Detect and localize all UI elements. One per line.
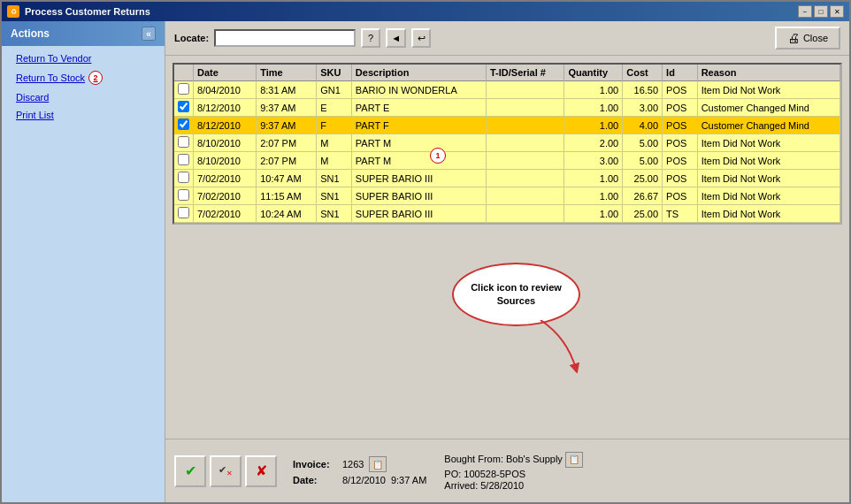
sidebar-item-return-to-vendor[interactable]: Return To Vendor — [2, 50, 165, 67]
cell-sku: M — [317, 152, 352, 170]
invoice-section: Invoice: 1263 📋 Date: 8/12/2010 9:37 AM — [293, 456, 426, 485]
row-checkbox-cell — [174, 81, 194, 99]
invoice-icon-button[interactable]: 📋 — [369, 456, 387, 472]
row-checkbox-cell — [174, 170, 194, 187]
action-buttons: ✔ ✔✕ ✘ — [174, 455, 277, 487]
row-checkbox[interactable] — [178, 101, 189, 112]
bought-from-label: Bought From: Bob's Supply — [444, 453, 563, 463]
row-checkbox-cell — [174, 99, 194, 117]
checkmark-x-icon: ✔✕ — [218, 464, 233, 477]
table-row: 8/12/20109:37 AMFPART F1.004.00POSCustom… — [174, 117, 840, 134]
cell-quantity: 1.00 — [564, 81, 623, 99]
cell-quantity: 1.00 — [564, 99, 623, 117]
cell-time: 11:15 AM — [257, 187, 317, 205]
back-button[interactable]: ◄ — [386, 28, 406, 48]
callout-arrow — [523, 320, 594, 373]
close-button-label: Close — [803, 33, 828, 43]
cell-tid — [487, 99, 564, 117]
table-wrapper: Date Time SKU Description T-ID/Serial # … — [169, 59, 846, 435]
refresh-button[interactable]: ↩ — [411, 28, 431, 48]
returns-table: Date Time SKU Description T-ID/Serial # … — [174, 65, 840, 223]
table-row: 8/10/20102:07 PMMPART M2.005.00POSItem D… — [174, 134, 840, 152]
toolbar: Locate: ? ◄ ↩ 🖨 Close — [165, 21, 849, 56]
row-checkbox[interactable] — [178, 154, 189, 165]
row-checkbox-cell — [174, 117, 194, 134]
col-description: Description — [351, 65, 486, 81]
cell-description: PART F — [351, 117, 486, 134]
row-checkbox-cell — [174, 134, 194, 152]
row-checkbox[interactable] — [178, 172, 189, 183]
cell-cost: 26.67 — [623, 187, 663, 205]
col-cost: Cost — [623, 65, 663, 81]
cell-id: POS — [663, 134, 698, 152]
table-header-row: Date Time SKU Description T-ID/Serial # … — [174, 65, 840, 81]
table-row: 7/02/201010:47 AMSN1SUPER BARIO III1.002… — [174, 170, 840, 187]
bought-from-row: Bought From: Bob's Supply 📋 — [444, 452, 583, 468]
source-icon-button[interactable]: 📋 — [565, 452, 583, 468]
callout-wrapper: Click icon to reviewSources — [452, 263, 580, 326]
close-button[interactable]: 🖨 Close — [775, 27, 840, 50]
cell-id: POS — [663, 152, 698, 170]
locate-input[interactable] — [214, 29, 356, 47]
cell-reason: Customer Changed Mind — [697, 117, 840, 134]
arrived-row: Arrived: 5/28/2010 — [444, 480, 583, 491]
cell-reason: Item Did Not Work — [697, 170, 840, 187]
cell-time: 2:07 PM — [257, 152, 317, 170]
po-row: PO: 100528-5POS — [444, 469, 583, 479]
cell-quantity: 1.00 — [564, 205, 623, 223]
col-reason: Reason — [697, 65, 840, 81]
date-row: Date: 8/12/2010 9:37 AM — [293, 475, 426, 485]
sidebar-collapse-button[interactable]: « — [142, 27, 156, 41]
sidebar-item-discard[interactable]: Discard — [2, 88, 165, 106]
cell-sku: SN1 — [317, 205, 352, 223]
cell-date: 8/12/2010 — [194, 117, 257, 134]
print-icon: 🖨 — [787, 31, 800, 45]
title-buttons: − □ ✕ — [798, 5, 844, 18]
confirm-x-button[interactable]: ✔✕ — [210, 455, 242, 487]
sidebar-item-print-list[interactable]: Print List — [2, 106, 165, 124]
cell-reason: Item Did Not Work — [697, 134, 840, 152]
row-checkbox[interactable] — [178, 189, 189, 201]
row-checkbox[interactable] — [178, 207, 189, 218]
row-checkbox[interactable] — [178, 118, 189, 130]
minimize-button[interactable]: − — [798, 5, 812, 18]
sidebar-item-return-to-stock[interactable]: Return To Stock 2 — [2, 67, 165, 88]
cell-cost: 25.00 — [623, 205, 663, 223]
cell-description: PART M — [351, 134, 486, 152]
confirm-button[interactable]: ✔ — [174, 455, 206, 487]
table-row: 8/10/20102:07 PMMPART M3.005.00POSItem D… — [174, 152, 840, 170]
sidebar-title: Actions — [11, 27, 50, 40]
window-close-button[interactable]: ✕ — [830, 5, 844, 18]
cell-description: BARIO IN WONDERLA — [351, 81, 486, 99]
row-checkbox[interactable] — [178, 136, 189, 148]
callout-text: Click icon to reviewSources — [471, 281, 562, 309]
table-container[interactable]: Date Time SKU Description T-ID/Serial # … — [172, 63, 842, 225]
cell-description: SUPER BARIO III — [351, 205, 486, 223]
cell-date: 7/02/2010 — [194, 170, 257, 187]
cell-sku: SN1 — [317, 187, 352, 205]
date-label: Date: — [293, 475, 337, 485]
row-checkbox[interactable] — [178, 83, 189, 95]
cell-date: 8/10/2010 — [194, 134, 257, 152]
cell-id: POS — [663, 170, 698, 187]
maximize-button[interactable]: □ — [814, 5, 828, 18]
cell-tid — [487, 170, 564, 187]
cell-tid — [487, 117, 564, 134]
cell-tid — [487, 81, 564, 99]
cell-description: PART M — [351, 152, 486, 170]
cell-sku: E — [317, 99, 352, 117]
reject-button[interactable]: ✘ — [245, 455, 277, 487]
cell-tid — [487, 134, 564, 152]
col-sku: SKU — [317, 65, 352, 81]
cell-id: POS — [663, 187, 698, 205]
cell-description: SUPER BARIO III — [351, 170, 486, 187]
invoice-label: Invoice: — [293, 459, 337, 470]
table-row: 8/12/20109:37 AMEPART E1.003.00POSCustom… — [174, 99, 840, 117]
col-tid: T-ID/Serial # — [487, 65, 564, 81]
col-time: Time — [257, 65, 317, 81]
help-button[interactable]: ? — [361, 28, 380, 48]
table-row: 7/02/201010:24 AMSN1SUPER BARIO III1.002… — [174, 205, 840, 223]
table-row: 7/02/201011:15 AMSN1SUPER BARIO III1.002… — [174, 187, 840, 205]
sidebar-item-label: Print List — [16, 110, 54, 120]
row-checkbox-cell — [174, 205, 194, 223]
